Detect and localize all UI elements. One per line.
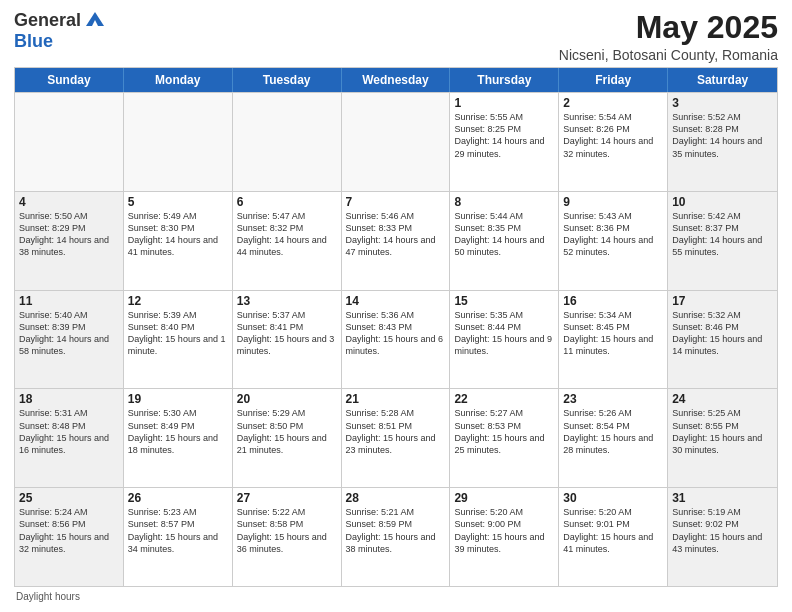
day-number: 10: [672, 195, 773, 209]
page: General Blue May 2025 Nicseni, Botosani …: [0, 0, 792, 612]
day-info-text: Sunrise: 5:43 AM Sunset: 8:36 PM Dayligh…: [563, 210, 663, 259]
day-cell-21: 21Sunrise: 5:28 AM Sunset: 8:51 PM Dayli…: [342, 389, 451, 487]
day-info-text: Sunrise: 5:20 AM Sunset: 9:01 PM Dayligh…: [563, 506, 663, 555]
day-cell-8: 8Sunrise: 5:44 AM Sunset: 8:35 PM Daylig…: [450, 192, 559, 290]
day-number: 3: [672, 96, 773, 110]
day-cell-31: 31Sunrise: 5:19 AM Sunset: 9:02 PM Dayli…: [668, 488, 777, 586]
day-number: 16: [563, 294, 663, 308]
day-cell-5: 5Sunrise: 5:49 AM Sunset: 8:30 PM Daylig…: [124, 192, 233, 290]
day-cell-27: 27Sunrise: 5:22 AM Sunset: 8:58 PM Dayli…: [233, 488, 342, 586]
day-number: 5: [128, 195, 228, 209]
day-cell-18: 18Sunrise: 5:31 AM Sunset: 8:48 PM Dayli…: [15, 389, 124, 487]
calendar: SundayMondayTuesdayWednesdayThursdayFrid…: [14, 67, 778, 587]
header-day-wednesday: Wednesday: [342, 68, 451, 92]
footer-note: Daylight hours: [14, 591, 778, 602]
day-info-text: Sunrise: 5:52 AM Sunset: 8:28 PM Dayligh…: [672, 111, 773, 160]
day-cell-24: 24Sunrise: 5:25 AM Sunset: 8:55 PM Dayli…: [668, 389, 777, 487]
day-cell-empty: [124, 93, 233, 191]
day-number: 12: [128, 294, 228, 308]
month-title: May 2025: [559, 10, 778, 45]
day-number: 21: [346, 392, 446, 406]
day-info-text: Sunrise: 5:46 AM Sunset: 8:33 PM Dayligh…: [346, 210, 446, 259]
day-cell-2: 2Sunrise: 5:54 AM Sunset: 8:26 PM Daylig…: [559, 93, 668, 191]
day-number: 11: [19, 294, 119, 308]
day-info-text: Sunrise: 5:49 AM Sunset: 8:30 PM Dayligh…: [128, 210, 228, 259]
day-number: 6: [237, 195, 337, 209]
calendar-body: 1Sunrise: 5:55 AM Sunset: 8:25 PM Daylig…: [15, 92, 777, 586]
day-number: 17: [672, 294, 773, 308]
day-cell-20: 20Sunrise: 5:29 AM Sunset: 8:50 PM Dayli…: [233, 389, 342, 487]
header: General Blue May 2025 Nicseni, Botosani …: [14, 10, 778, 63]
day-cell-9: 9Sunrise: 5:43 AM Sunset: 8:36 PM Daylig…: [559, 192, 668, 290]
day-cell-4: 4Sunrise: 5:50 AM Sunset: 8:29 PM Daylig…: [15, 192, 124, 290]
day-info-text: Sunrise: 5:23 AM Sunset: 8:57 PM Dayligh…: [128, 506, 228, 555]
day-cell-15: 15Sunrise: 5:35 AM Sunset: 8:44 PM Dayli…: [450, 291, 559, 389]
day-number: 20: [237, 392, 337, 406]
day-cell-12: 12Sunrise: 5:39 AM Sunset: 8:40 PM Dayli…: [124, 291, 233, 389]
day-info-text: Sunrise: 5:24 AM Sunset: 8:56 PM Dayligh…: [19, 506, 119, 555]
day-cell-17: 17Sunrise: 5:32 AM Sunset: 8:46 PM Dayli…: [668, 291, 777, 389]
day-number: 18: [19, 392, 119, 406]
day-number: 29: [454, 491, 554, 505]
day-cell-3: 3Sunrise: 5:52 AM Sunset: 8:28 PM Daylig…: [668, 93, 777, 191]
day-info-text: Sunrise: 5:34 AM Sunset: 8:45 PM Dayligh…: [563, 309, 663, 358]
day-cell-14: 14Sunrise: 5:36 AM Sunset: 8:43 PM Dayli…: [342, 291, 451, 389]
day-info-text: Sunrise: 5:19 AM Sunset: 9:02 PM Dayligh…: [672, 506, 773, 555]
day-cell-6: 6Sunrise: 5:47 AM Sunset: 8:32 PM Daylig…: [233, 192, 342, 290]
day-info-text: Sunrise: 5:44 AM Sunset: 8:35 PM Dayligh…: [454, 210, 554, 259]
day-info-text: Sunrise: 5:22 AM Sunset: 8:58 PM Dayligh…: [237, 506, 337, 555]
day-info-text: Sunrise: 5:40 AM Sunset: 8:39 PM Dayligh…: [19, 309, 119, 358]
header-day-thursday: Thursday: [450, 68, 559, 92]
day-info-text: Sunrise: 5:54 AM Sunset: 8:26 PM Dayligh…: [563, 111, 663, 160]
day-number: 31: [672, 491, 773, 505]
day-info-text: Sunrise: 5:27 AM Sunset: 8:53 PM Dayligh…: [454, 407, 554, 456]
day-info-text: Sunrise: 5:21 AM Sunset: 8:59 PM Dayligh…: [346, 506, 446, 555]
calendar-header-row: SundayMondayTuesdayWednesdayThursdayFrid…: [15, 68, 777, 92]
day-cell-28: 28Sunrise: 5:21 AM Sunset: 8:59 PM Dayli…: [342, 488, 451, 586]
day-info-text: Sunrise: 5:20 AM Sunset: 9:00 PM Dayligh…: [454, 506, 554, 555]
day-number: 27: [237, 491, 337, 505]
logo-blue-text: Blue: [14, 32, 106, 52]
title-block: May 2025 Nicseni, Botosani County, Roman…: [559, 10, 778, 63]
day-info-text: Sunrise: 5:47 AM Sunset: 8:32 PM Dayligh…: [237, 210, 337, 259]
header-day-sunday: Sunday: [15, 68, 124, 92]
day-cell-7: 7Sunrise: 5:46 AM Sunset: 8:33 PM Daylig…: [342, 192, 451, 290]
day-number: 22: [454, 392, 554, 406]
day-number: 1: [454, 96, 554, 110]
day-info-text: Sunrise: 5:26 AM Sunset: 8:54 PM Dayligh…: [563, 407, 663, 456]
day-cell-empty: [342, 93, 451, 191]
day-cell-30: 30Sunrise: 5:20 AM Sunset: 9:01 PM Dayli…: [559, 488, 668, 586]
day-number: 25: [19, 491, 119, 505]
header-day-friday: Friday: [559, 68, 668, 92]
day-number: 2: [563, 96, 663, 110]
day-info-text: Sunrise: 5:36 AM Sunset: 8:43 PM Dayligh…: [346, 309, 446, 358]
week-row-5: 25Sunrise: 5:24 AM Sunset: 8:56 PM Dayli…: [15, 487, 777, 586]
day-cell-10: 10Sunrise: 5:42 AM Sunset: 8:37 PM Dayli…: [668, 192, 777, 290]
day-cell-23: 23Sunrise: 5:26 AM Sunset: 8:54 PM Dayli…: [559, 389, 668, 487]
day-info-text: Sunrise: 5:55 AM Sunset: 8:25 PM Dayligh…: [454, 111, 554, 160]
day-number: 24: [672, 392, 773, 406]
day-cell-16: 16Sunrise: 5:34 AM Sunset: 8:45 PM Dayli…: [559, 291, 668, 389]
day-number: 28: [346, 491, 446, 505]
day-number: 7: [346, 195, 446, 209]
header-day-monday: Monday: [124, 68, 233, 92]
header-day-tuesday: Tuesday: [233, 68, 342, 92]
day-number: 8: [454, 195, 554, 209]
header-day-saturday: Saturday: [668, 68, 777, 92]
day-cell-1: 1Sunrise: 5:55 AM Sunset: 8:25 PM Daylig…: [450, 93, 559, 191]
day-number: 4: [19, 195, 119, 209]
day-number: 30: [563, 491, 663, 505]
day-number: 19: [128, 392, 228, 406]
day-info-text: Sunrise: 5:31 AM Sunset: 8:48 PM Dayligh…: [19, 407, 119, 456]
day-number: 13: [237, 294, 337, 308]
week-row-1: 1Sunrise: 5:55 AM Sunset: 8:25 PM Daylig…: [15, 92, 777, 191]
week-row-3: 11Sunrise: 5:40 AM Sunset: 8:39 PM Dayli…: [15, 290, 777, 389]
day-info-text: Sunrise: 5:28 AM Sunset: 8:51 PM Dayligh…: [346, 407, 446, 456]
day-number: 14: [346, 294, 446, 308]
day-cell-empty: [15, 93, 124, 191]
day-cell-19: 19Sunrise: 5:30 AM Sunset: 8:49 PM Dayli…: [124, 389, 233, 487]
day-cell-13: 13Sunrise: 5:37 AM Sunset: 8:41 PM Dayli…: [233, 291, 342, 389]
week-row-4: 18Sunrise: 5:31 AM Sunset: 8:48 PM Dayli…: [15, 388, 777, 487]
day-cell-empty: [233, 93, 342, 191]
day-info-text: Sunrise: 5:25 AM Sunset: 8:55 PM Dayligh…: [672, 407, 773, 456]
